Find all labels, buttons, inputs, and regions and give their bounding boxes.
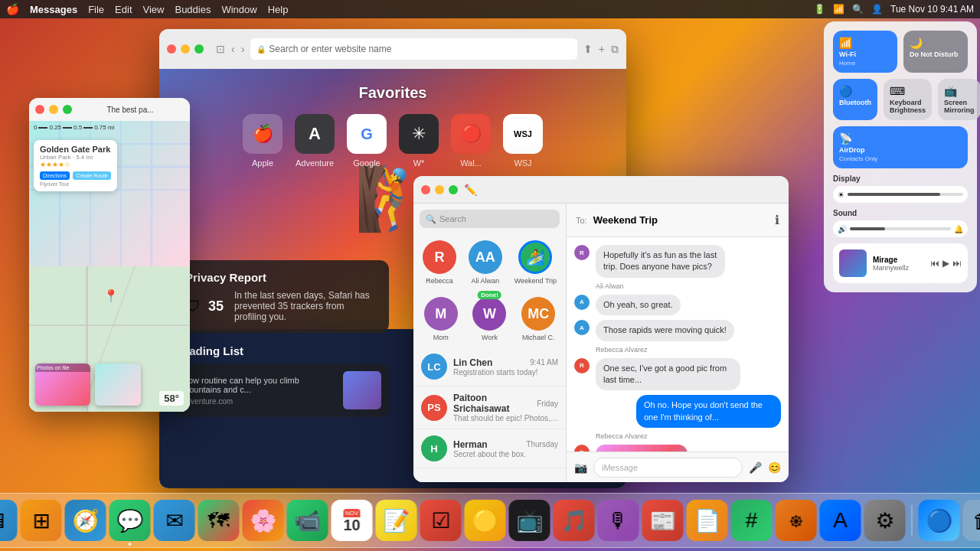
msg-info-icon[interactable]: ℹ [775,213,779,227]
messages-list: LC Lin Chen 9:41 AM Registration starts … [413,347,566,482]
safari-maximize-button[interactable] [194,44,204,54]
fav-wildcard[interactable]: ✳ W* [399,114,439,168]
dock-music[interactable]: 🎵 [554,500,595,541]
safari-split-icon[interactable]: ⧉ [611,43,619,56]
maps-close-button[interactable] [35,105,44,114]
dock-pages[interactable]: 📄 [687,500,728,541]
cc-display-slider[interactable]: ☀ [833,186,968,203]
dock-finder[interactable]: 🖥 [0,500,18,541]
reading-list-item[interactable]: How routine can help you climb mountains… [175,364,389,417]
messages-list-item-0[interactable]: LC Lin Chen 9:41 AM Registration starts … [413,347,566,386]
menubar-window[interactable]: Window [221,4,256,15]
reading-list-preview: How routine can help you climb mountains… [182,376,335,394]
menubar-view[interactable]: View [143,4,165,15]
msg-row-3: R One sec, I've got a good pic from last… [574,358,781,391]
safari-sidebar-icon[interactable]: ⊡ [216,43,225,55]
safari-back-icon[interactable]: ‹ [231,43,235,55]
dock-stickies[interactable]: 🟡 [465,500,506,541]
messages-avatar-mom[interactable]: M Mom [424,297,458,341]
dock-numbers[interactable]: # [731,500,773,541]
dock-mail[interactable]: ✉ [154,500,195,541]
menubar-file[interactable]: File [88,4,104,15]
maps-minimize-button[interactable] [49,105,58,114]
avatar-ali-name: Ali Alwan [472,277,500,285]
cc-bluetooth-tile[interactable]: 🔵 Bluetooth [833,79,877,120]
messages-minimize-button[interactable] [435,185,444,194]
play-icon[interactable]: ▶ [942,258,949,269]
messages-maximize-button[interactable] [449,185,458,194]
next-icon[interactable]: ⏭ [952,258,962,269]
apple-menu[interactable]: 🍎 [6,3,19,15]
messages-avatar-work[interactable]: W Done! Work [472,297,506,341]
prev-icon[interactable]: ⏮ [930,258,939,269]
cc-airdrop-tile[interactable]: 📡 AirDrop Contacts Only [833,126,968,168]
dock-keynote[interactable]: ⎈ [776,500,817,541]
maps-location-pin: 📍 [103,289,119,303]
cc-dnd-tile[interactable]: 🌙 Do Not Disturb [903,31,968,73]
fav-walmart[interactable]: 🔴 Wal... [451,114,491,168]
safari-address-bar[interactable]: 🔒 Search or enter website name [250,38,577,60]
menubar-search-icon[interactable]: 🔍 [852,4,864,15]
menubar-edit[interactable]: Edit [115,4,132,15]
dock-maps[interactable]: 🗺 [198,500,240,541]
cc-sound-slider[interactable]: 🔊 🔔 [833,220,968,237]
safari-minimize-button[interactable] [181,44,190,54]
fav-wsj[interactable]: WSJ WSJ [503,114,543,168]
messages-camera-icon[interactable]: 📷 [574,461,587,474]
safari-forward-icon[interactable]: › [241,43,245,55]
dock-photos[interactable]: 🌸 [243,500,284,541]
menubar-buddies[interactable]: Buddies [175,4,211,15]
messages-conversation: R Hopefully it's as fun as the last trip… [567,237,789,452]
dock-system-preferences[interactable]: ⚙ [864,500,906,541]
messages-close-button[interactable] [421,185,430,194]
maps-maximize-button[interactable] [63,105,72,114]
safari-new-tab-icon[interactable]: + [599,43,605,56]
messages-avatar-ali[interactable]: AA Ali Alwan [469,240,502,285]
maps-window-title: The best pa... [77,106,184,114]
fav-google[interactable]: G Google [347,114,387,168]
messages-compose-icon[interactable]: ✏️ [464,184,477,196]
dock-app2[interactable]: 🔵 [919,500,960,541]
dock-calendar[interactable]: NOV 10 [332,500,373,541]
map-directions-button[interactable]: Directions [40,171,70,180]
cc-wifi-tile[interactable]: 📶 Wi-Fi Home [833,31,897,73]
menubar-help[interactable]: Help [268,4,289,15]
cc-keyboard-tile[interactable]: ⌨ Keyboard Brightness [884,79,932,120]
menubar-app-name[interactable]: Messages [30,4,77,15]
dock-trash[interactable]: 🗑 [963,500,981,541]
dock-safari[interactable]: 🧭 [65,500,106,541]
dock-facetime[interactable]: 📹 [287,500,328,541]
map-route-button[interactable]: Create Route [73,171,111,180]
messages-list-item-2[interactable]: H Herman Thursday Secret about the box. [413,429,566,468]
messages-input-field[interactable]: iMessage [593,458,743,478]
messages-emoji-icon[interactable]: 😊 [768,461,781,474]
dock-news[interactable]: 📰 [642,500,684,541]
dock-tv[interactable]: 📺 [509,500,550,541]
messages-audio-icon[interactable]: 🎤 [749,461,762,474]
safari-share-icon[interactable]: ⬆ [583,43,593,56]
fav-wildcard-icon: ✳ [399,114,439,154]
dnd-icon: 🌙 [910,37,962,49]
dock-launchpad[interactable]: ⊞ [21,500,62,541]
menubar-siri-icon[interactable]: 👤 [871,4,883,15]
dock-notes[interactable]: 📝 [376,500,417,541]
avatar-rebecca-name: Rebecca [426,277,453,285]
reading-list-section: Reading List How routine can help you cl… [175,344,389,417]
dock-appstore[interactable]: A [820,500,861,541]
safari-close-button[interactable] [167,44,176,54]
messages-avatar-michael[interactable]: MC Michael C. [521,297,555,341]
messages-avatar-weekend[interactable]: 🏄 Weekend Trip [514,240,557,285]
dock-reminders[interactable]: ☑ [420,500,462,541]
map-flyover-button[interactable]: Flyover Tour [40,181,111,187]
messages-list-item-1[interactable]: PS Paitoon Srichaisawat Friday That shou… [413,386,566,429]
dock-messages[interactable]: 💬 [109,500,151,541]
cc-np-controls[interactable]: ⏮ ▶ ⏭ [930,258,962,269]
messages-search[interactable]: 🔍 Search [420,210,560,228]
cc-screen-mirroring-tile[interactable]: 📺 Screen Mirroring [938,79,980,120]
fav-wsj-icon: WSJ [503,114,543,154]
fav-adventure[interactable]: A Adventure [295,114,335,168]
bluetooth-icon: 🔵 [839,85,871,97]
fav-apple[interactable]: 🍎 Apple [243,114,283,168]
messages-avatar-rebecca[interactable]: R Rebecca [423,240,456,285]
dock-podcasts[interactable]: 🎙 [598,500,639,541]
